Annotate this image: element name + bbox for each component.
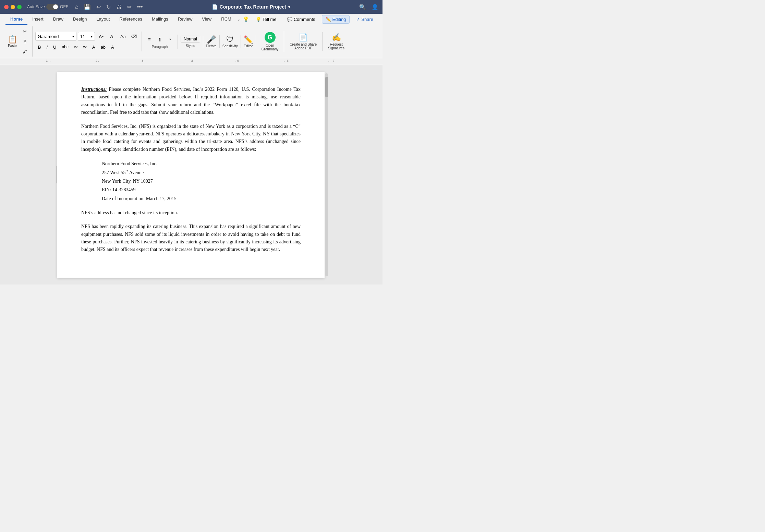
autosave-state: OFF — [60, 4, 68, 9]
clear-formatting-button[interactable]: ⌫ — [129, 32, 139, 41]
paragraph-mark-button[interactable]: ¶ — [155, 35, 165, 44]
editing-icon: ✏️ — [326, 17, 331, 22]
italic-button[interactable]: I — [44, 43, 50, 51]
more-icon[interactable]: ••• — [137, 4, 143, 10]
scrollbar-thumb[interactable] — [325, 77, 328, 97]
tab-insert[interactable]: Insert — [27, 14, 48, 25]
maximize-button[interactable] — [17, 5, 22, 9]
share-icon: ↗ — [356, 17, 360, 22]
doc-title: 📄 Corporate Tax Return Project ▾ — [146, 4, 356, 10]
minimize-button[interactable] — [11, 5, 15, 9]
tab-layout[interactable]: Layout — [92, 14, 114, 25]
redo-icon[interactable]: ↻ — [106, 4, 111, 10]
more-tabs-button[interactable]: › — [236, 14, 242, 25]
ruler-mark-5: 5 — [237, 59, 239, 62]
shield-icon: 🛡 — [226, 35, 234, 44]
signatures-button[interactable]: ✍️ RequestSignatures — [325, 32, 347, 51]
tab-draw[interactable]: Draw — [48, 14, 68, 25]
font-color-button[interactable]: A — [90, 43, 98, 51]
autosave-label: AutoSave — [27, 4, 45, 9]
share-button[interactable]: ↗ Share — [352, 15, 377, 24]
close-button[interactable] — [4, 5, 9, 9]
chevron-down-icon[interactable]: ▾ — [165, 35, 175, 44]
tell-me-button[interactable]: 💡 Tell me — [252, 15, 280, 24]
scrollbar[interactable] — [325, 72, 329, 278]
autosave-knob — [53, 4, 58, 9]
autosave-control[interactable]: AutoSave OFF — [27, 4, 68, 10]
paste-button[interactable]: 📋 Paste — [5, 35, 19, 48]
document-page[interactable]: Instructions: Please complete Northern F… — [57, 72, 325, 278]
sensitivity-section: 🛡 Sensitivity — [222, 35, 241, 48]
editing-button[interactable]: ✏️ Editing — [322, 15, 350, 24]
tab-design[interactable]: Design — [68, 14, 92, 25]
decrease-font-button[interactable]: A- — [107, 32, 117, 41]
tab-mailings[interactable]: Mailings — [147, 14, 173, 25]
pen-icon[interactable]: ✏ — [127, 4, 132, 10]
title-bar-icons: ⌂ 💾 ↩ ↻ 🖨 ✏ ••• — [75, 4, 143, 10]
lightbulb-icon: 💡 — [243, 16, 249, 22]
underline-button[interactable]: U — [51, 43, 59, 51]
editor-icon: ✏️ — [244, 35, 253, 44]
dictate-button[interactable]: 🎤 Dictate — [206, 35, 217, 48]
tab-view[interactable]: View — [197, 14, 216, 25]
font-family-selector[interactable]: Garamond ▾ — [35, 32, 76, 41]
chevron-down-icon: ▾ — [91, 35, 93, 38]
undo-icon[interactable]: ↩ — [96, 4, 101, 10]
save-icon[interactable]: 💾 — [84, 4, 91, 10]
para1-text: Please complete Northern Food Services, … — [81, 87, 301, 115]
adobe-button[interactable]: 📄 Create and ShareAdobe PDF — [287, 32, 319, 51]
ribbon-right-actions: 💡 Tell me 💬 Comments ✏️ Editing ↗ Share — [252, 15, 377, 24]
autosave-toggle[interactable] — [46, 4, 59, 10]
title-bar-right: 🔍 👤 — [359, 4, 378, 10]
paragraph-instructions: Instructions: Please complete Northern F… — [81, 86, 301, 117]
comments-button[interactable]: 💬 Comments — [283, 15, 319, 24]
document-area: Instructions: Please complete Northern F… — [0, 65, 382, 285]
ruler-mark-4: 4 — [191, 59, 193, 62]
adobe-icon: 📄 — [299, 33, 308, 42]
ruler-mark-1: 1 — [46, 59, 48, 62]
address-company: Northern Food Services, Inc. — [102, 159, 301, 168]
copy-button[interactable]: ⎘ — [20, 37, 29, 46]
ruler-mark-7: 7 — [333, 59, 335, 62]
tab-references[interactable]: References — [115, 14, 147, 25]
toolbar: 📋 Paste ✂ ⎘ 🖌 Garamond ▾ 11 ▾ A+ A- Aa ⌫… — [0, 25, 382, 58]
address-city: New York City, NY 10027 — [102, 177, 301, 185]
ruler: 1 2 3 4 5 6 7 — [0, 58, 382, 65]
comments-icon: 💬 — [287, 17, 292, 22]
format-painter-button[interactable]: 🖌 — [20, 47, 29, 57]
font-size-selector[interactable]: 11 ▾ — [78, 32, 95, 41]
chevron-down-icon[interactable]: ▾ — [288, 5, 290, 9]
paste-section: 📋 Paste ✂ ⎘ 🖌 — [5, 26, 33, 57]
cut-button[interactable]: ✂ — [20, 26, 29, 36]
change-case-button[interactable]: Aa — [118, 32, 128, 41]
paragraph-section: ≡ ¶ ▾ Paragraph — [145, 35, 178, 49]
address-block: Northern Food Services, Inc. 257 West 55… — [102, 159, 301, 203]
tab-home[interactable]: Home — [5, 14, 27, 25]
ribbon-tabs: Home Insert Draw Design Layout Reference… — [0, 14, 382, 25]
print-icon[interactable]: 🖨 — [116, 4, 122, 10]
tab-rcm[interactable]: RCM — [216, 14, 236, 25]
styles-section: Normal Styles — [181, 36, 203, 48]
grammarly-section: G OpenGrammarly — [259, 31, 284, 52]
address-doi: Date of Incorporation: March 17, 2015 — [102, 194, 301, 203]
styles-label: Styles — [186, 44, 195, 48]
grammarly-button[interactable]: G OpenGrammarly — [259, 31, 281, 52]
bold-button[interactable]: B — [35, 43, 43, 51]
ruler-mark-3: 3 — [142, 59, 143, 62]
editor-button[interactable]: ✏️ Editor — [244, 35, 253, 48]
highlight-color-button[interactable]: ab — [98, 43, 108, 51]
styles-selector[interactable]: Normal — [181, 36, 200, 43]
search-icon[interactable]: 🔍 — [359, 4, 366, 10]
text-color-button[interactable]: A — [109, 43, 117, 51]
subscript-button[interactable]: x2 — [72, 43, 80, 51]
paragraph-label: Paragraph — [152, 45, 168, 49]
home-icon[interactable]: ⌂ — [75, 4, 78, 10]
doc-icon: 📄 — [212, 4, 218, 10]
account-icon[interactable]: 👤 — [372, 4, 378, 10]
sensitivity-button[interactable]: 🛡 Sensitivity — [222, 35, 238, 48]
tab-review[interactable]: Review — [173, 14, 197, 25]
strikethrough-button[interactable]: abc — [59, 43, 71, 51]
superscript-button[interactable]: x2 — [81, 43, 89, 51]
increase-font-button[interactable]: A+ — [96, 32, 106, 41]
align-button[interactable]: ≡ — [145, 35, 154, 44]
